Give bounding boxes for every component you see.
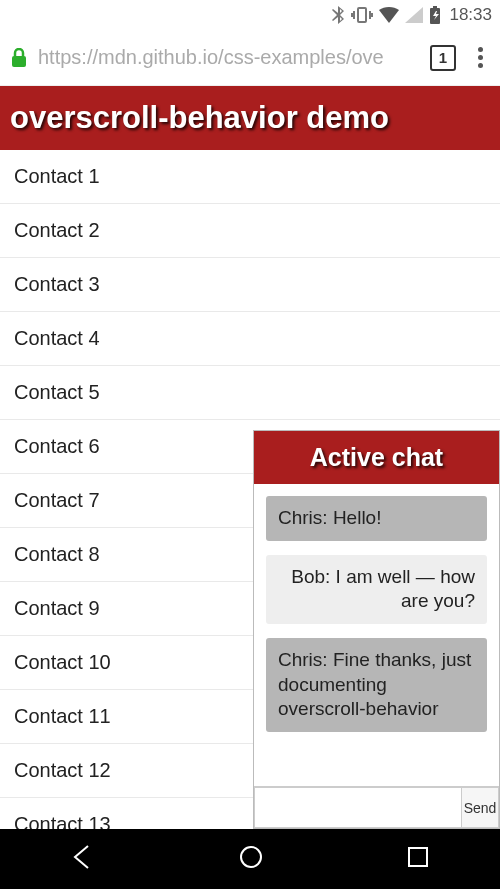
svg-point-4 [241, 847, 261, 867]
chat-message: Chris: Hello! [266, 496, 487, 541]
tabs-button[interactable]: 1 [430, 45, 456, 71]
chat-title: Active chat [254, 431, 499, 484]
tab-count: 1 [439, 49, 447, 66]
url-bar[interactable]: https://mdn.github.io/css-examples/ove [38, 46, 420, 69]
bluetooth-icon [331, 6, 345, 24]
android-navbar [0, 829, 500, 889]
page-title: overscroll-behavior demo [0, 86, 500, 150]
page-content: overscroll-behavior demo Contact 1Contac… [0, 86, 500, 829]
home-button[interactable] [237, 843, 265, 875]
chat-message: Bob: I am well — how are you? [266, 555, 487, 624]
svg-rect-0 [358, 8, 366, 22]
chat-message-list[interactable]: Chris: Hello!Bob: I am well — how are yo… [254, 484, 499, 786]
chat-panel: Active chat Chris: Hello!Bob: I am well … [253, 430, 500, 829]
chat-composer: Send [254, 786, 499, 828]
clock-text: 18:33 [449, 5, 492, 25]
recents-button[interactable] [406, 845, 430, 873]
battery-charging-icon [429, 6, 441, 24]
send-button[interactable]: Send [461, 787, 499, 828]
lock-icon [10, 48, 28, 68]
list-item[interactable]: Contact 1 [0, 150, 500, 204]
signal-icon [405, 7, 423, 23]
chat-message: Chris: Fine thanks, just documenting ove… [266, 638, 487, 732]
list-item[interactable]: Contact 5 [0, 366, 500, 420]
overflow-menu-button[interactable] [466, 47, 494, 68]
list-item[interactable]: Contact 4 [0, 312, 500, 366]
svg-rect-3 [12, 56, 26, 67]
list-item[interactable]: Contact 3 [0, 258, 500, 312]
list-item[interactable]: Contact 2 [0, 204, 500, 258]
chat-input[interactable] [254, 787, 461, 828]
svg-rect-2 [433, 6, 437, 8]
wifi-icon [379, 7, 399, 23]
back-button[interactable] [70, 844, 96, 874]
browser-toolbar: https://mdn.github.io/css-examples/ove 1 [0, 30, 500, 86]
vibrate-icon [351, 7, 373, 23]
status-bar: 18:33 [0, 0, 500, 30]
svg-rect-5 [409, 848, 427, 866]
